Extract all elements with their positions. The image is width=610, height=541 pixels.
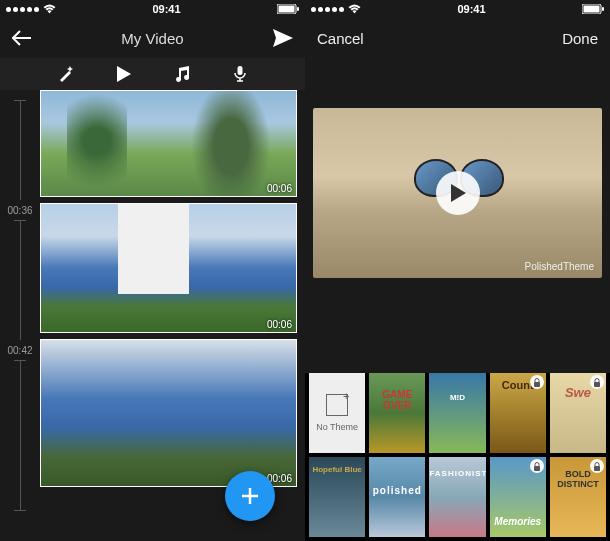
video-clip[interactable]: 00:06 (40, 90, 297, 197)
theme-label: No Theme (316, 422, 358, 432)
editor-screen: 09:41 My Video 00:36 (0, 0, 305, 541)
lock-icon (530, 459, 544, 473)
nav-bar: My Video (0, 18, 305, 58)
svg-rect-9 (534, 466, 540, 471)
time-ruler: 00:36 00:42 (0, 90, 40, 541)
mic-button[interactable] (231, 65, 249, 83)
theme-label: polished (369, 485, 425, 496)
svg-rect-10 (594, 466, 600, 471)
magic-wand-icon (58, 66, 74, 82)
plus-icon (239, 485, 261, 507)
theme-fashionista[interactable]: FASHIONISTA (429, 457, 485, 537)
arrow-left-icon (12, 30, 32, 46)
play-button[interactable] (115, 65, 133, 83)
theme-memories[interactable]: Memories (490, 457, 546, 537)
theme-swe[interactable]: Swe (550, 373, 606, 453)
theme-hopeful[interactable]: Hopeful Blue (309, 457, 365, 537)
back-button[interactable] (12, 30, 72, 46)
svg-rect-7 (534, 382, 540, 387)
send-button[interactable] (233, 29, 293, 47)
svg-rect-5 (583, 6, 599, 13)
video-clip[interactable]: 00:06 (40, 203, 297, 333)
theme-mid[interactable]: M!D (429, 373, 485, 453)
magic-button[interactable] (57, 65, 75, 83)
battery-icon (582, 4, 604, 14)
page-title: My Video (121, 30, 183, 47)
theme-label: FASHIONISTA (429, 469, 485, 478)
status-time: 09:41 (152, 3, 180, 15)
time-marker: 00:36 (0, 205, 40, 216)
theme-screen: 09:41 Cancel Done PolishedTheme No Theme… (305, 0, 610, 541)
theme-label: GAME OVER (369, 389, 425, 411)
music-note-icon (175, 66, 189, 82)
cancel-button[interactable]: Cancel (317, 30, 377, 47)
svg-rect-1 (278, 6, 294, 13)
video-preview[interactable]: PolishedTheme (313, 108, 602, 278)
lock-icon (530, 375, 544, 389)
theme-label: Memories (490, 516, 546, 527)
microphone-icon (234, 66, 246, 82)
add-theme-icon (326, 394, 348, 416)
theme-label: M!D (429, 393, 485, 402)
wifi-icon (348, 4, 361, 14)
svg-rect-8 (594, 382, 600, 387)
svg-rect-2 (297, 7, 299, 11)
done-button[interactable]: Done (538, 30, 598, 47)
theme-bold[interactable]: BOLD DISTINCT (550, 457, 606, 537)
wifi-icon (43, 4, 56, 14)
preview-play-button[interactable] (436, 171, 480, 215)
theme-watermark: PolishedTheme (525, 261, 594, 272)
theme-grid: No Theme GAME OVER M!D Count Swe Hopeful… (305, 373, 610, 541)
status-bar: 09:41 (305, 0, 610, 18)
theme-polished[interactable]: polished (369, 457, 425, 537)
time-marker: 00:42 (0, 345, 40, 356)
play-icon (117, 66, 131, 82)
play-icon (450, 184, 466, 202)
theme-gameover[interactable]: GAME OVER (369, 373, 425, 453)
theme-none[interactable]: No Theme (309, 373, 365, 453)
nav-bar: Cancel Done (305, 18, 610, 58)
svg-rect-6 (602, 7, 604, 11)
lock-icon (590, 459, 604, 473)
add-clip-button[interactable] (225, 471, 275, 521)
theme-count[interactable]: Count (490, 373, 546, 453)
clip-duration: 00:06 (267, 183, 292, 194)
theme-label: Hopeful Blue (309, 465, 365, 474)
status-bar: 09:41 (0, 0, 305, 18)
status-time: 09:41 (457, 3, 485, 15)
send-icon (273, 29, 293, 47)
editor-toolbar (0, 58, 305, 90)
battery-icon (277, 4, 299, 14)
music-button[interactable] (173, 65, 191, 83)
video-clip[interactable]: 00:06 (40, 339, 297, 487)
signal-dots-icon (311, 7, 344, 12)
signal-dots-icon (6, 7, 39, 12)
lock-icon (590, 375, 604, 389)
svg-rect-3 (237, 66, 242, 75)
clip-duration: 00:06 (267, 319, 292, 330)
